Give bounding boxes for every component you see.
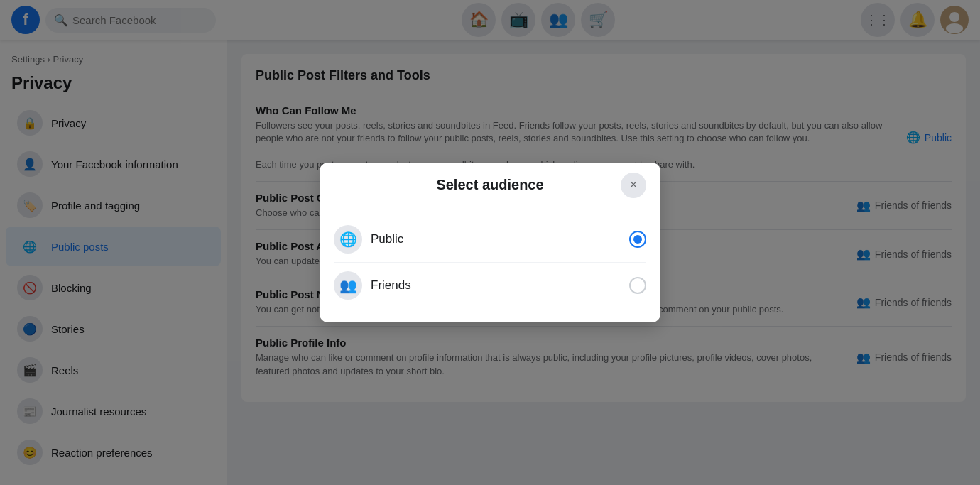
audience-label-friends: Friends	[371, 278, 411, 293]
radio-inner-public	[633, 235, 642, 244]
radio-friends[interactable]	[629, 277, 646, 294]
audience-option-left: 👥 Friends	[334, 271, 411, 300]
audience-icon-friends: 👥	[334, 271, 362, 300]
audience-option-public[interactable]: 🌐 Public	[334, 217, 646, 262]
modal-close-button[interactable]: ×	[621, 173, 646, 198]
audience-option-friends[interactable]: 👥 Friends	[334, 262, 646, 308]
modal-title: Select audience	[436, 177, 543, 193]
modal-divider	[320, 205, 660, 205]
audience-icon-public: 🌐	[334, 225, 362, 254]
audience-option-left: 🌐 Public	[334, 225, 403, 254]
select-audience-modal: Select audience × 🌐 Public 👥 Friends	[320, 163, 660, 322]
modal-overlay[interactable]: Select audience × 🌐 Public 👥 Friends	[0, 0, 980, 485]
modal-header: Select audience ×	[334, 177, 646, 193]
audience-label-public: Public	[371, 232, 403, 246]
radio-public[interactable]	[629, 231, 646, 248]
